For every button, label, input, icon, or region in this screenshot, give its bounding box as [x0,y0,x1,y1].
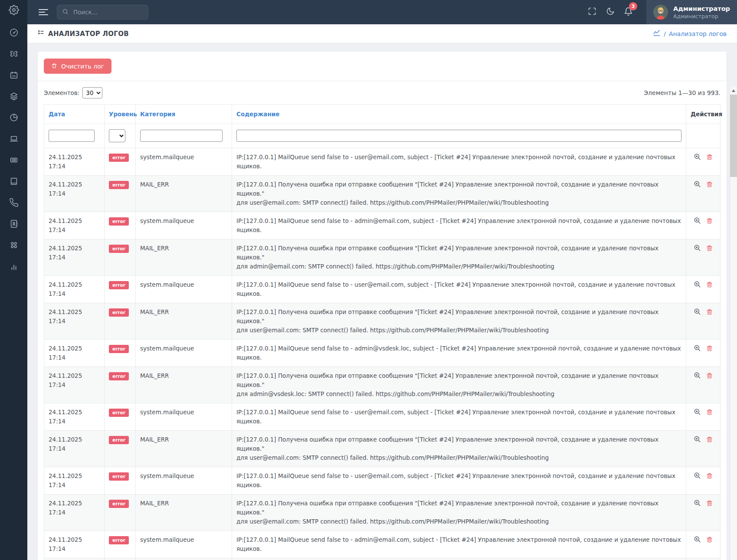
view-log-button[interactable] [693,344,701,355]
sidebar-item-settings[interactable] [0,0,27,21]
delete-log-button[interactable] [706,344,713,355]
view-magnifier-icon [693,499,701,510]
notifications-button[interactable]: 3 [619,7,638,18]
layers-icon [9,92,19,103]
cell-category: system.mailqueue [136,340,232,367]
delete-log-button[interactable] [706,244,713,255]
cell-actions [686,276,721,303]
view-magnifier-icon [693,435,701,446]
cell-actions [686,558,721,560]
gear-icon [9,5,19,17]
view-log-button[interactable] [693,499,701,510]
delete-log-button[interactable] [706,180,713,191]
clear-log-button[interactable]: Очистить лог [44,59,111,74]
cell-date: 24.11.2025 17:14 [44,212,105,239]
cell-content: IP:[127.0.0.1] Получена ошибка при отпра… [232,558,686,560]
cell-actions [686,431,721,467]
cell-actions [686,367,721,403]
column-header-date[interactable]: Дата [44,105,105,124]
level-filter-select[interactable] [109,129,125,142]
vertical-scrollbar[interactable] [730,87,737,560]
content-filter-input[interactable] [236,130,681,142]
cell-level: error [105,340,136,367]
column-header-category[interactable]: Категория [136,105,232,124]
delete-log-button[interactable] [706,436,713,446]
laptop-icon [9,134,19,145]
view-log-button[interactable] [693,216,701,227]
category-filter-input[interactable] [140,130,223,142]
view-log-button[interactable] [693,308,701,318]
cell-content: IP:[127.0.0.1] Получена ошибка при отпра… [232,239,686,276]
view-magnifier-icon [693,308,701,318]
column-header-level[interactable]: Уровень [105,105,136,124]
delete-log-button[interactable] [706,499,713,510]
view-log-button[interactable] [693,408,701,419]
cell-date: 24.11.2025 17:14 [44,303,105,340]
per-page-label: Элементов: [44,89,79,96]
cell-date: 24.11.2025 17:14 [44,239,105,276]
user-role: Администратор [673,13,730,20]
cell-actions [686,148,721,176]
error-level-badge: error [109,281,129,289]
cell-category: MAIL_ERR [136,495,232,531]
date-filter-input[interactable] [49,130,95,142]
delete-log-button[interactable] [706,408,713,419]
view-magnifier-icon [693,344,701,355]
trash-icon [706,536,713,546]
delete-log-button[interactable] [706,153,713,164]
sidebar-item-statistics[interactable] [0,256,27,278]
sidebar-item-knowledge-base[interactable] [0,171,27,193]
cell-level: error [105,467,136,495]
view-magnifier-icon [693,280,701,291]
delete-log-button[interactable] [706,472,713,482]
sidebar-item-modules[interactable] [0,235,27,256]
sidebar-item-dashboard[interactable] [0,23,27,44]
scrollbar-up-arrow[interactable] [730,87,737,94]
pie-chart-icon [9,113,19,124]
delete-log-button[interactable] [706,536,713,546]
hamburger-icon[interactable] [39,7,49,17]
view-log-button[interactable] [693,244,701,255]
scrollbar-thumb[interactable] [730,95,737,177]
dashboard-icon [9,28,19,39]
view-log-button[interactable] [693,180,701,191]
breadcrumb-separator: / [664,30,666,37]
cell-category: system.mailqueue [136,531,232,558]
cell-date: 24.11.2025 17:14 [44,176,105,212]
search-input[interactable] [72,8,143,16]
list-controls: Элементов: 30 Элементы 1—30 из 993. [44,87,721,98]
sidebar-item-contacts[interactable] [0,214,27,235]
sidebar-item-assets[interactable] [0,150,27,171]
sidebar-item-calls[interactable] [0,193,27,214]
error-level-badge: error [109,245,129,253]
view-log-button[interactable] [693,371,701,382]
delete-log-button[interactable] [706,372,713,382]
cell-level: error [105,239,136,276]
trash-icon [706,372,713,382]
log-table-row: 24.11.2025 17:14 error system.mailqueue … [44,467,721,495]
user-menu[interactable]: Администратор Администратор [646,0,737,24]
view-log-button[interactable] [693,435,701,446]
sidebar-item-calendar[interactable] [0,65,27,86]
view-log-button[interactable] [693,535,701,546]
fullscreen-button[interactable] [583,7,601,17]
bar-chart-icon [9,262,19,273]
view-log-button[interactable] [693,472,701,482]
delete-log-button[interactable] [706,281,713,291]
cell-level: error [105,558,136,560]
sidebar-item-workstations[interactable] [0,129,27,150]
per-page-select[interactable]: 30 [82,87,102,98]
sidebar-item-reports[interactable] [0,108,27,129]
column-header-content[interactable]: Содержание [232,105,686,124]
delete-log-button[interactable] [706,308,713,318]
breadcrumb-current-link[interactable]: Анализатор логов [669,30,727,37]
trash-icon [706,499,713,510]
log-table-row: 24.11.2025 17:14 error system.mailqueue … [44,340,721,367]
delete-log-button[interactable] [706,217,713,227]
view-log-button[interactable] [693,280,701,291]
view-log-button[interactable] [693,153,701,164]
sidebar-item-layers[interactable] [0,86,27,108]
cell-category: system.mailqueue [136,467,232,495]
sidebar-item-tickets[interactable] [0,44,27,65]
dark-mode-button[interactable] [601,7,619,17]
